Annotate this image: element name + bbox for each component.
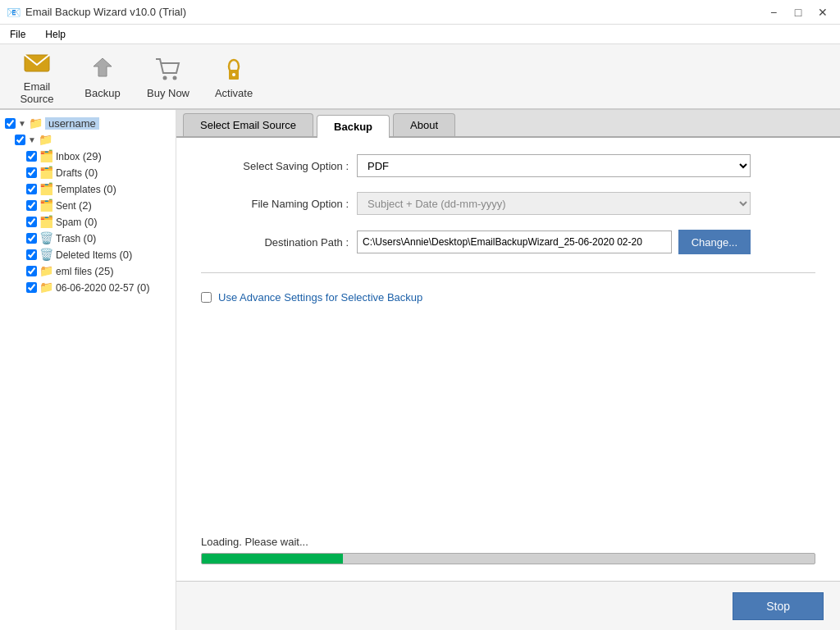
tab-select-email-source[interactable]: Select Email Source: [183, 113, 313, 136]
progress-bar-container: [201, 553, 815, 564]
advance-settings-checkbox[interactable]: [201, 292, 212, 303]
svg-point-2: [163, 75, 167, 80]
sent-label: Sent (2): [56, 199, 92, 212]
backup-icon: [88, 54, 117, 84]
drafts-folder-icon: 🗂️: [39, 166, 53, 179]
activate-label: Activate: [215, 87, 253, 99]
date-label: 06-06-2020 02-57 (0): [56, 281, 150, 294]
root-expand-icon[interactable]: ▼: [18, 119, 26, 128]
level1-expand-icon[interactable]: ▼: [28, 135, 36, 144]
menu-file[interactable]: File: [5, 27, 30, 42]
sidebar: ▼ 📁 username ▼ 📁 🗂️ Inbox (29) 🗂️ Drafts…: [0, 110, 176, 630]
backup-button[interactable]: Backup: [74, 48, 131, 105]
title-bar-controls: − □ ✕: [763, 4, 833, 21]
inbox-folder-icon: 🗂️: [39, 149, 53, 162]
buy-now-label: Buy Now: [147, 87, 189, 99]
saving-option-row: Select Saving Option : PDF PST MSG EML M…: [201, 154, 815, 177]
close-button[interactable]: ✕: [812, 4, 833, 21]
trash-checkbox[interactable]: [26, 233, 37, 244]
list-item: 📁 06-06-2020 02-57 (0): [3, 279, 172, 295]
svg-point-3: [173, 75, 177, 80]
drafts-checkbox[interactable]: [26, 167, 37, 178]
list-item: 🗂️ Inbox (29): [3, 148, 172, 164]
list-item: 🗑️ Deleted Items (0): [3, 246, 172, 262]
root-label: username: [45, 117, 99, 130]
level1-checkbox[interactable]: [15, 135, 25, 145]
deleted-checkbox[interactable]: [26, 249, 37, 260]
date-checkbox[interactable]: [26, 282, 37, 293]
advance-settings-label[interactable]: Use Advance Settings for Selective Backu…: [218, 291, 422, 304]
sent-folder-icon: 🗂️: [39, 199, 53, 212]
deleted-label: Deleted Items (0): [56, 249, 132, 261]
saving-option-label: Select Saving Option :: [201, 160, 349, 172]
tab-backup[interactable]: Backup: [317, 115, 390, 138]
tab-about[interactable]: About: [393, 113, 455, 136]
menu-bar: File Help: [0, 25, 840, 44]
activate-button[interactable]: Activate: [205, 48, 262, 105]
saving-option-control: PDF PST MSG EML MBOX HTML MHTML: [357, 154, 751, 177]
file-naming-label: File Naming Option :: [201, 198, 349, 210]
deleted-folder-icon: 🗑️: [39, 248, 53, 261]
activate-icon: [219, 54, 249, 84]
tree-root-item: ▼ 📁 username: [3, 115, 172, 131]
spam-checkbox[interactable]: [26, 217, 37, 227]
bottom-bar: Stop: [176, 581, 840, 630]
loading-text: Loading. Please wait...: [201, 536, 815, 548]
list-item: 🗂️ Drafts (0): [3, 164, 172, 180]
advance-settings-row: Use Advance Settings for Selective Backu…: [201, 291, 815, 304]
date-folder-icon: 📁: [39, 281, 53, 294]
root-folder-icon: 📁: [29, 116, 43, 130]
saving-option-select[interactable]: PDF PST MSG EML MBOX HTML MHTML: [357, 154, 751, 177]
email-source-button[interactable]: Email Source: [8, 48, 66, 105]
destination-path-input[interactable]: C:\Users\Annie\Desktop\EmailBackupWizard…: [357, 231, 672, 253]
list-item: 📁 eml files (25): [3, 262, 172, 279]
content-area: Select Email Source Backup About Select …: [176, 110, 840, 630]
tabs: Select Email Source Backup About: [176, 110, 840, 138]
destination-input-area: C:\Users\Annie\Desktop\EmailBackupWizard…: [357, 230, 751, 254]
trash-label: Trash (0): [56, 232, 96, 244]
title-bar: 📧 Email Backup Wizard v10.0 (Trial) − □ …: [0, 0, 840, 25]
maximize-button[interactable]: □: [788, 4, 809, 21]
buy-now-icon: [153, 54, 183, 84]
emlfiles-checkbox[interactable]: [26, 266, 37, 276]
change-button[interactable]: Change...: [678, 230, 751, 254]
tree-level1-item: ▼ 📁: [3, 131, 172, 148]
buy-now-button[interactable]: Buy Now: [139, 48, 197, 105]
list-item: 🗂️ Templates (0): [3, 180, 172, 197]
window-title: Email Backup Wizard v10.0 (Trial): [25, 6, 186, 18]
root-checkbox[interactable]: [5, 118, 16, 129]
spam-label: Spam (0): [56, 216, 98, 228]
list-item: 🗑️ Trash (0): [3, 230, 172, 246]
destination-row: Destination Path : C:\Users\Annie\Deskto…: [201, 230, 815, 254]
toolbar: Email Source Backup Buy Now Activat: [0, 44, 840, 110]
app-icon: 📧: [7, 6, 21, 19]
file-naming-control: Subject + Date (dd-mm-yyyy) Date + Subje…: [357, 192, 751, 215]
emlfiles-folder-icon: 📁: [39, 264, 53, 277]
drafts-label: Drafts (0): [56, 167, 98, 179]
sent-checkbox[interactable]: [26, 200, 37, 211]
backup-tab-content: Select Saving Option : PDF PST MSG EML M…: [176, 138, 840, 581]
templates-checkbox[interactable]: [26, 184, 37, 194]
templates-label: Templates (0): [56, 183, 116, 195]
spacer: [201, 318, 815, 521]
email-source-icon: [22, 48, 52, 77]
level1-folder-icon: 📁: [39, 133, 52, 146]
divider: [201, 272, 815, 273]
menu-help[interactable]: Help: [40, 27, 71, 42]
file-naming-row: File Naming Option : Subject + Date (dd-…: [201, 192, 815, 215]
destination-label: Destination Path :: [201, 236, 349, 249]
emlfiles-label: eml files (25): [56, 265, 113, 277]
backup-label: Backup: [84, 87, 120, 99]
inbox-checkbox[interactable]: [26, 151, 37, 162]
stop-button[interactable]: Stop: [733, 592, 824, 620]
loading-section: Loading. Please wait...: [201, 536, 815, 564]
trash-folder-icon: 🗑️: [39, 231, 53, 244]
file-naming-select[interactable]: Subject + Date (dd-mm-yyyy) Date + Subje…: [357, 192, 751, 215]
title-bar-left: 📧 Email Backup Wizard v10.0 (Trial): [7, 6, 186, 19]
svg-point-6: [232, 73, 235, 76]
minimize-button[interactable]: −: [763, 4, 784, 21]
list-item: 🗂️ Sent (2): [3, 197, 172, 213]
email-source-label: Email Source: [8, 80, 66, 105]
list-item: 🗂️ Spam (0): [3, 213, 172, 230]
inbox-label: Inbox (29): [56, 150, 102, 162]
